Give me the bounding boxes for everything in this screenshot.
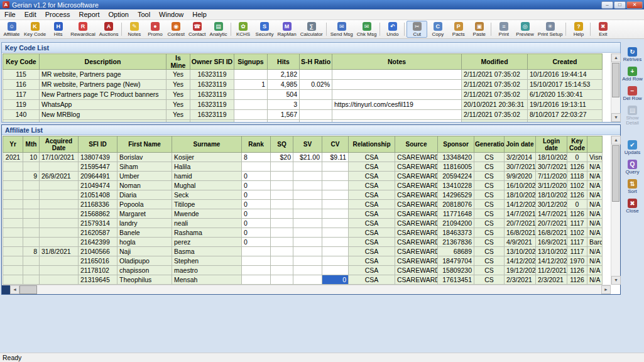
cell-owner-sfi-id[interactable]: 16323119 [190,90,234,100]
cell-sfi-id[interactable]: 21178102 [79,266,117,275]
affiliate-column-header[interactable]: CV [322,136,349,153]
cell-sfi-id[interactable]: 21168336 [79,200,117,209]
cell-owner-sfi-id[interactable]: 16323119 [190,120,234,123]
cell-login-date[interactable]: 20/7/2021 [536,219,567,228]
cell-acquired-date[interactable] [40,219,79,228]
toolbar-button[interactable]: ▤ Analytic [208,21,229,38]
cell-join-date[interactable]: 14/12/2020 [505,256,536,266]
cell-cv[interactable] [322,209,349,219]
cell-extra[interactable]: N/A [587,190,603,200]
toolbar-button[interactable]: ✉ Chk Msg [355,21,379,38]
toolbar-button[interactable]: ◉ Contest [165,21,187,38]
scroll-down-icon[interactable]: ▼ [611,113,621,122]
scrollbar-thumb[interactable] [19,285,37,294]
cell-yr[interactable]: 2021 [3,153,23,162]
keycode-vertical-scrollbar[interactable]: ▲ ▼ [611,53,620,122]
cell-sfi-id[interactable]: 21049474 [79,181,117,190]
cell-sq[interactable] [271,247,293,256]
cell-sponsor[interactable]: 13348420 [438,153,474,162]
cell-login-date[interactable]: 18/10/2021 [536,153,567,162]
cell-sv[interactable] [293,200,322,209]
cell-login-date[interactable]: 16/9/2021 [536,238,567,247]
cell-sv[interactable]: $21.00 [293,153,322,162]
cell-hits[interactable]: 504 [268,90,300,100]
affiliate-column-header[interactable]: SQ [271,136,293,153]
cell-login-date[interactable]: 30/7/2021 [536,162,567,172]
cell-login-date[interactable]: 18/10/2020 [536,190,567,200]
cell-source[interactable]: CSAREWARD [395,228,438,238]
affiliate-column-header[interactable]: Acquired Date [40,136,79,153]
cell-acquired-date[interactable]: 31/8/2021 [40,247,79,256]
cell-surname[interactable]: Titilope [172,200,242,209]
cell-extra[interactable]: N/A [587,275,603,285]
cell-mth[interactable] [23,228,40,238]
menu-item[interactable]: Tool [133,9,155,19]
toolbar-button[interactable]: ● Promo [145,21,165,38]
affiliate-column-header[interactable]: Key Code [567,136,587,153]
cell-surname[interactable]: perez [172,238,242,247]
cell-description[interactable]: MR website, Partners page (New) [40,80,166,90]
cell-rank[interactable] [242,247,271,256]
cell-extra[interactable]: N/A [587,172,603,181]
cell-key-code[interactable]: 1117 [567,247,587,256]
cell-key-code[interactable]: 1118 [567,172,587,181]
cell-mth[interactable] [23,238,40,247]
affiliate-column-header[interactable]: Source [395,136,438,153]
cell-generation[interactable]: CS [474,190,505,200]
cell-source[interactable]: CSAREWARD [395,247,438,256]
cell-rank[interactable]: 0 [242,190,271,200]
cell-cv[interactable] [322,200,349,209]
menu-item[interactable]: Edit [20,9,41,19]
toolbar-button[interactable]: A Auctions [97,21,121,38]
cell-rank[interactable]: 0 [242,209,271,219]
cell-created[interactable]: 10/1/2016 19:44:14 [528,70,603,80]
cell-sponsor[interactable]: 13410228 [438,181,474,190]
cell-cv[interactable] [322,266,349,275]
affiliate-column-header[interactable]: Rank [242,136,271,153]
cell-rank[interactable] [242,266,271,275]
menu-item[interactable]: File [0,9,20,19]
cell-source[interactable]: CSAREWARD [395,200,438,209]
cell-join-date[interactable]: 13/10/2020 [505,247,536,256]
scrollbar-track[interactable] [37,285,601,294]
cell-sv[interactable] [293,209,322,219]
cell-first-name[interactable]: Umber [117,172,172,181]
cell-sh-ratio[interactable] [300,120,332,123]
cell-first-name[interactable]: Popoola [117,200,172,209]
cell-surname[interactable]: Mensah [172,275,242,285]
affiliate-column-header[interactable]: SV [293,136,322,153]
cell-login-date[interactable]: 16/8/2021 [536,228,567,238]
toolbar-button[interactable]: ✉ Send Msg [329,21,355,38]
cell-first-name[interactable]: Naji [117,247,172,256]
cell-key-code[interactable]: 1102 [567,181,587,190]
cell-description[interactable]: WhatsApp [40,100,166,110]
cell-relationship[interactable]: CSA [349,256,395,266]
cell-sq[interactable] [271,209,293,219]
affiliate-column-header[interactable]: Yr [3,136,23,153]
cell-cv[interactable] [322,256,349,266]
cell-cv[interactable] [322,238,349,247]
cell-generation[interactable]: CS [474,238,505,247]
cell-key-code[interactable]: 0 [567,153,587,162]
cell-sv[interactable] [293,172,322,181]
cell-mth[interactable] [23,256,40,266]
cell-sv[interactable] [293,275,322,285]
cell-source[interactable]: CSAREWARD [395,275,438,285]
cell-relationship[interactable]: CSA [349,172,395,181]
cell-description[interactable]: MR website, Partners page [40,70,166,80]
cell-rank[interactable]: 8 [242,153,271,162]
scrollbar-thumb[interactable] [612,63,619,97]
cell-rank[interactable] [242,162,271,172]
cell-yr[interactable] [3,247,23,256]
cell-source[interactable]: CSAREWARD [395,172,438,181]
affiliate-column-header[interactable]: Join date [505,136,536,153]
cell-generation[interactable]: CS [474,162,505,172]
affiliate-horizontal-scrollbar[interactable]: ◄ ► [2,285,611,294]
cell-extra[interactable]: N/A [587,256,603,266]
cell-cv[interactable]: 0 [322,275,349,285]
cell-rank[interactable] [242,275,271,285]
cell-mth[interactable] [23,275,40,285]
cell-relationship[interactable]: CSA [349,181,395,190]
toolbar-button[interactable]: ✂ Cut [407,21,427,38]
cell-modified[interactable]: 2/11/2021 07:35:02 [462,120,528,123]
